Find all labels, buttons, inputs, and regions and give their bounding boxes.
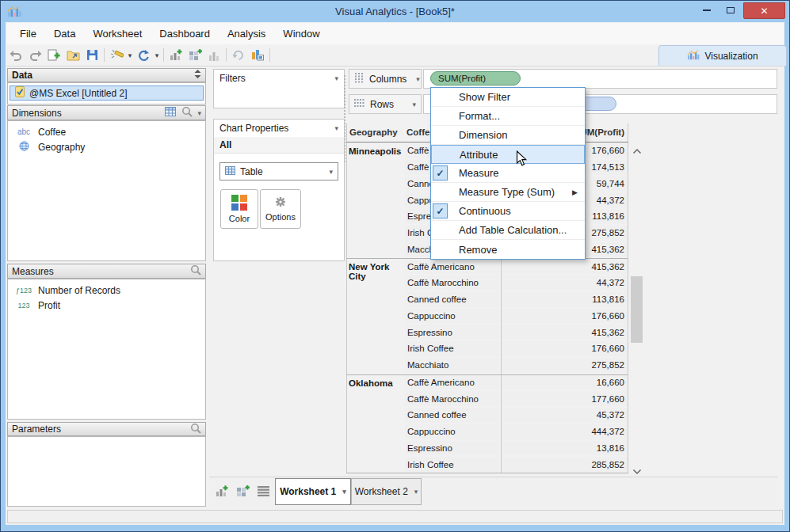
dimension-item-coffee[interactable]: abc Coffee xyxy=(8,124,205,139)
chart-type-caret: ▾ xyxy=(329,168,333,176)
menu-file[interactable]: File xyxy=(11,28,45,40)
profit-value-cell[interactable]: 45,372 xyxy=(502,408,628,423)
menu-item-dimension[interactable]: Dimension xyxy=(431,126,585,145)
coffee-cell[interactable]: Caffè Americano xyxy=(405,375,499,390)
coffee-cell[interactable]: Caffè Marocchino xyxy=(405,276,499,291)
menu-dashboard[interactable]: Dashboard xyxy=(151,28,219,40)
columns-pill-sum-profit[interactable]: SUM(Profit) xyxy=(430,71,521,86)
chart-properties-header[interactable]: Chart Properties ▾ xyxy=(214,120,344,137)
new-worksheet-icon[interactable] xyxy=(216,485,228,500)
tab-caret[interactable]: ▾ xyxy=(342,488,346,496)
coffee-cell[interactable]: Cappuccino xyxy=(405,424,499,439)
profit-value-cell[interactable]: 113,816 xyxy=(502,292,628,307)
dimensions-header[interactable]: Dimensions ▾ xyxy=(7,105,206,120)
rows-caret[interactable]: ▾ xyxy=(412,101,416,108)
rows-shelf-label[interactable]: Rows ▾ xyxy=(349,94,422,114)
sort-updown-icon[interactable] xyxy=(194,70,201,81)
measure-item-profit[interactable]: 123 Profit xyxy=(8,298,205,313)
coffee-cell[interactable]: Canned coffee xyxy=(405,408,499,423)
options-button[interactable]: Options xyxy=(260,189,301,229)
chart-properties-caret[interactable]: ▾ xyxy=(334,124,338,132)
search-icon[interactable] xyxy=(181,106,193,120)
sheet-list-icon[interactable] xyxy=(258,486,269,499)
new-worksheet-button[interactable] xyxy=(166,48,185,63)
dimensions-menu-caret[interactable]: ▾ xyxy=(197,109,201,117)
tab-worksheet-2[interactable]: Worksheet 2 ▾ xyxy=(351,478,422,505)
open-button[interactable] xyxy=(63,48,82,63)
scroll-up-icon[interactable] xyxy=(632,146,642,152)
scroll-down-icon[interactable] xyxy=(632,466,642,473)
visualization-tab[interactable]: Visualization xyxy=(658,45,787,66)
menubar: FileDataWorksheetDashboardAnalysisWindow xyxy=(6,23,784,45)
view-data-grid-icon[interactable] xyxy=(165,107,176,119)
profit-value-cell[interactable]: 13,816 xyxy=(502,441,628,456)
profit-value-cell[interactable]: 176,660 xyxy=(502,309,628,324)
coffee-cell[interactable]: Irish Coffee xyxy=(405,341,499,356)
profit-value-cell[interactable]: 444,372 xyxy=(502,424,628,439)
search-icon[interactable] xyxy=(190,423,201,436)
chart-type-select[interactable]: Table ▾ xyxy=(219,162,338,180)
save-button[interactable] xyxy=(82,48,101,63)
profit-value-cell[interactable]: 415,362 xyxy=(502,325,628,340)
menu-worksheet[interactable]: Worksheet xyxy=(84,28,151,40)
autoconnect-wand-button[interactable] xyxy=(107,48,126,63)
redo-button[interactable] xyxy=(25,48,44,63)
menu-item-continuous[interactable]: ✓Continuous xyxy=(431,202,585,221)
profit-value-cell[interactable]: 285,852 xyxy=(502,457,628,472)
coffee-cell[interactable]: Caffè Americano xyxy=(405,259,499,274)
parameters-header[interactable]: Parameters xyxy=(7,422,206,436)
coffee-cell[interactable]: Cappuccino xyxy=(405,309,499,324)
coffee-cell[interactable]: Canned coffee xyxy=(405,292,499,307)
data-panel-header[interactable]: Data xyxy=(7,68,206,82)
menu-item-format[interactable]: Format... xyxy=(431,107,585,126)
coffee-cell[interactable]: Espressino xyxy=(405,325,499,340)
color-button[interactable]: Color xyxy=(220,189,258,229)
maximize-button[interactable] xyxy=(719,2,742,17)
profit-value-cell[interactable]: 44,372 xyxy=(502,276,628,291)
coffee-cell[interactable]: Macchiato xyxy=(405,358,499,373)
titlebar[interactable]: Visual Analytics - [Book5]* ✕ xyxy=(1,1,789,22)
tab-caret[interactable]: ▾ xyxy=(414,488,418,496)
search-icon[interactable] xyxy=(190,264,201,278)
refresh-button[interactable] xyxy=(134,48,153,63)
swap-axes-button[interactable] xyxy=(229,48,248,63)
profit-value-cell[interactable]: 275,852 xyxy=(502,358,628,373)
menu-data[interactable]: Data xyxy=(45,28,84,40)
coffee-cell[interactable]: Caffè Marocchino xyxy=(405,391,499,406)
show-me-button[interactable] xyxy=(248,48,267,63)
columns-shelf-label[interactable]: Columns ▾ xyxy=(349,69,422,89)
menu-item-attribute[interactable]: Attribute xyxy=(431,145,585,164)
measure-item-number-of-records[interactable]: ƒ123 Number of Records xyxy=(8,283,205,298)
new-dashboard-button[interactable] xyxy=(185,48,204,63)
profit-value-cell[interactable]: 415,362 xyxy=(502,259,628,274)
close-button[interactable]: ✕ xyxy=(743,2,785,19)
wand-dropdown-caret[interactable]: ▾ xyxy=(126,51,134,59)
menu-item-show-filter[interactable]: Show Filter xyxy=(431,88,585,107)
profit-value-cell[interactable]: 176,660 xyxy=(502,341,628,356)
menu-analysis[interactable]: Analysis xyxy=(219,28,274,40)
filters-header[interactable]: Filters ▾ xyxy=(214,70,344,87)
measures-header[interactable]: Measures xyxy=(7,264,206,279)
menu-window[interactable]: Window xyxy=(274,28,328,40)
menu-item-measure-type-sum[interactable]: Measure Type (Sum)▶ xyxy=(431,183,585,202)
menu-item-remove[interactable]: Remove xyxy=(431,240,585,259)
menu-item-measure[interactable]: ✓Measure xyxy=(431,164,585,183)
scrollbar-thumb[interactable] xyxy=(631,276,643,343)
minimize-button[interactable] xyxy=(696,2,718,17)
duplicate-sheet-button[interactable] xyxy=(204,48,223,63)
dimension-item-geography[interactable]: Geography xyxy=(8,139,205,154)
coffee-cell[interactable]: Espressino xyxy=(405,441,499,456)
undo-button[interactable] xyxy=(6,48,25,63)
data-source-item[interactable]: @MS Excel [Untitled 2] xyxy=(10,86,204,101)
profit-value-cell[interactable]: 177,660 xyxy=(502,391,628,406)
new-workbook-button[interactable] xyxy=(44,48,63,63)
coffee-cell[interactable]: Irish Coffee xyxy=(405,457,499,472)
filters-caret[interactable]: ▾ xyxy=(334,74,338,82)
visualization-label: Visualization xyxy=(704,51,758,62)
new-dashboard-icon[interactable] xyxy=(236,485,250,500)
columns-caret[interactable]: ▾ xyxy=(416,75,420,83)
tab-worksheet-1[interactable]: Worksheet 1 ▾ xyxy=(275,478,351,505)
menu-item-add-table-calculation[interactable]: Add Table Calculation... xyxy=(431,221,585,240)
refresh-dropdown-caret[interactable]: ▾ xyxy=(153,51,161,59)
profit-value-cell[interactable]: 16,660 xyxy=(502,375,628,390)
